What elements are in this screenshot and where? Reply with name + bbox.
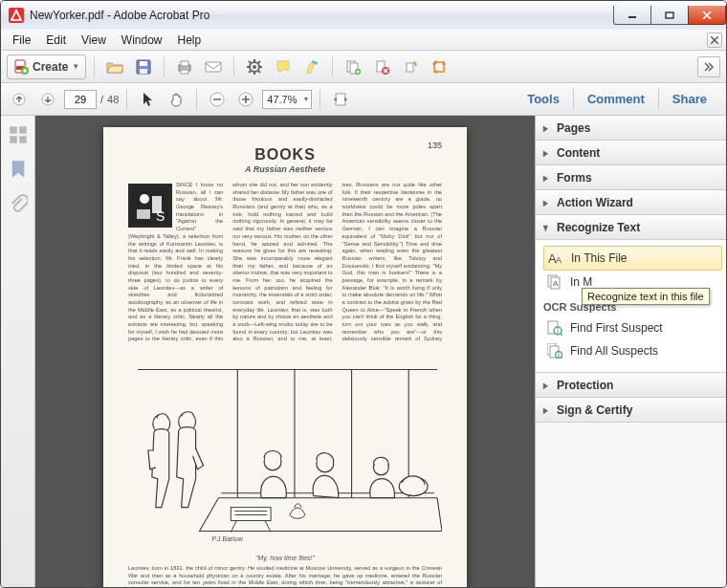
- panel-recognize-text[interactable]: ▾Recognize Text: [536, 215, 726, 240]
- svg-line-19: [249, 61, 251, 63]
- next-page-button[interactable]: [35, 87, 60, 112]
- svg-line-22: [249, 71, 251, 73]
- create-pdf-icon: [13, 59, 29, 75]
- text-icon: AA: [548, 250, 563, 266]
- find-first-icon: [547, 320, 562, 336]
- menu-window[interactable]: Window: [114, 32, 170, 49]
- window-title: NewYorker.pdf - Adobe Acrobat Pro: [30, 9, 209, 22]
- separator: [196, 89, 197, 110]
- svg-line-20: [258, 71, 260, 73]
- find-all-suspects[interactable]: Find All Suspects: [543, 339, 722, 362]
- separator: [126, 89, 127, 110]
- zoom-out-button[interactable]: [205, 87, 230, 112]
- text-column-3: isev, Russians are not quite like other …: [342, 182, 442, 342]
- page-number-input[interactable]: [64, 90, 97, 109]
- minimize-button[interactable]: [613, 6, 651, 25]
- svg-point-14: [253, 65, 256, 69]
- svg-rect-12: [206, 62, 221, 72]
- svg-line-77: [562, 358, 563, 359]
- document-area[interactable]: 135 BOOKS A Russian Aesthete SSINCE I kn…: [35, 116, 535, 587]
- text-column-1: SSINCE I know no Russian, all I can say …: [128, 182, 223, 342]
- chevron-down-icon: ▾: [543, 221, 553, 233]
- panel-forms[interactable]: ▸Forms: [536, 165, 726, 190]
- recognize-in-multiple[interactable]: A In M Recognize text in this file: [543, 271, 722, 294]
- attachments-icon[interactable]: [9, 194, 28, 213]
- tooltip: Recognize text in this file: [582, 288, 710, 305]
- separator: [164, 56, 165, 77]
- separator: [233, 56, 234, 77]
- svg-rect-10: [181, 61, 188, 66]
- sticky-note-button[interactable]: [271, 54, 296, 79]
- thumbnails-icon[interactable]: [9, 125, 28, 144]
- svg-rect-44: [137, 209, 150, 219]
- svg-text:P.J.Barlow: P.J.Barlow: [211, 535, 243, 542]
- create-button[interactable]: Create ▼: [7, 54, 86, 79]
- email-button[interactable]: [201, 54, 226, 79]
- recognize-in-this-file[interactable]: AA In This File: [543, 246, 722, 271]
- panel-item-label: Find First Suspect: [570, 321, 663, 335]
- text-column-lower: Leontiev, born in 1831, the child of min…: [128, 565, 442, 587]
- panel-action-wizard[interactable]: ▸Action Wizard: [536, 190, 726, 215]
- title-bar: NewYorker.pdf - Adobe Acrobat Pro: [1, 1, 726, 30]
- find-first-suspect[interactable]: Find First Suspect: [543, 316, 722, 339]
- separator: [332, 56, 333, 77]
- crop-button[interactable]: [427, 54, 452, 79]
- menu-view[interactable]: View: [74, 32, 114, 49]
- svg-rect-11: [181, 70, 188, 74]
- zoom-value: 47.7%: [267, 94, 297, 105]
- save-button[interactable]: [131, 54, 156, 79]
- panel-recognize-body: AA In This File A In M Recognize text in…: [536, 240, 726, 373]
- print-button[interactable]: [172, 54, 197, 79]
- svg-rect-29: [407, 63, 413, 72]
- hand-tool-button[interactable]: [164, 87, 188, 112]
- zoom-in-button[interactable]: [233, 87, 258, 112]
- chevron-right-icon: ▸: [543, 379, 553, 391]
- panel-item-label: In M: [570, 275, 592, 289]
- maximize-button[interactable]: [650, 6, 689, 25]
- close-doc-button[interactable]: [707, 33, 722, 48]
- svg-rect-37: [10, 126, 17, 134]
- svg-text:A: A: [553, 279, 559, 288]
- chevron-right-icon: ▸: [543, 171, 553, 184]
- svg-line-73: [561, 334, 562, 336]
- cogwheel-button[interactable]: [242, 54, 267, 79]
- text-column-2: whom she did not, and her son evidently …: [232, 182, 332, 342]
- svg-rect-46: [128, 356, 442, 546]
- svg-text:S: S: [156, 208, 165, 224]
- highlight-button[interactable]: [299, 54, 324, 79]
- bookmarks-icon[interactable]: [9, 160, 28, 179]
- svg-rect-2: [666, 12, 673, 18]
- fit-width-button[interactable]: [328, 87, 353, 112]
- prev-page-button[interactable]: [7, 87, 32, 112]
- menu-help[interactable]: Help: [170, 32, 209, 49]
- panel-content[interactable]: ▸Content: [536, 141, 726, 165]
- menu-edit[interactable]: Edit: [38, 32, 74, 49]
- panel-pages[interactable]: ▸Pages: [536, 116, 726, 141]
- svg-line-21: [258, 61, 260, 63]
- select-tool-button[interactable]: [135, 87, 160, 112]
- panel-sign-certify[interactable]: ▸Sign & Certify: [536, 398, 726, 423]
- main-toolbar: Create ▼: [1, 51, 726, 83]
- svg-rect-60: [231, 508, 271, 521]
- page-heading: BOOKS: [128, 146, 442, 163]
- nav-pane: [1, 116, 35, 587]
- menu-file[interactable]: File: [5, 32, 38, 49]
- page-total: 48: [107, 94, 119, 105]
- task-pane: ▸Pages ▸Content ▸Forms ▸Action Wizard ▾R…: [535, 116, 726, 587]
- panel-item-label: Find All Suspects: [570, 344, 658, 358]
- svg-rect-40: [19, 136, 27, 143]
- delete-pages-button[interactable]: [369, 54, 394, 79]
- extract-pages-button[interactable]: [341, 54, 365, 79]
- close-window-button[interactable]: [688, 6, 726, 25]
- open-button[interactable]: [102, 54, 127, 79]
- comment-link[interactable]: Comment: [573, 88, 658, 110]
- rotate-pages-button[interactable]: [398, 54, 423, 79]
- panel-protection[interactable]: ▸Protection: [536, 373, 726, 398]
- share-link[interactable]: Share: [658, 88, 720, 110]
- page-sep: /: [100, 94, 103, 105]
- zoom-select[interactable]: 47.7%: [262, 90, 311, 109]
- expand-toolbar-button[interactable]: [697, 56, 720, 77]
- tools-link[interactable]: Tools: [514, 88, 573, 110]
- svg-rect-39: [10, 136, 17, 143]
- nav-toolbar: / 48 47.7% Tools Comment Share: [1, 83, 726, 116]
